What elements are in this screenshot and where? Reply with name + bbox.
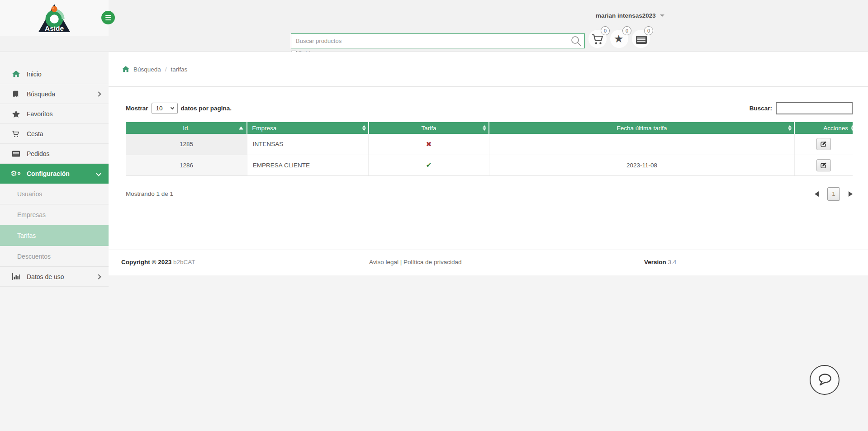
column-header-fecha[interactable]: Fecha última tarifa: [489, 122, 794, 134]
cell-tarifa: ✖: [369, 134, 489, 155]
version: Version 3.4: [644, 259, 676, 265]
bar-chart-icon: [11, 273, 20, 280]
brand-link[interactable]: b2bCAT: [173, 259, 195, 265]
sidebar-toggle-button[interactable]: [101, 11, 115, 24]
copyright: Copyright © 2023 b2bCAT: [121, 259, 195, 265]
footer-links: Aviso legal | Política de privacidad: [369, 259, 461, 265]
table-controls: Mostrar 10 datos por pagina. Buscar:: [126, 102, 853, 114]
table-search-input[interactable]: [776, 102, 853, 114]
table-info: Mostrando 1 de 1: [126, 190, 173, 197]
quick-icons: 0 ★ 0 0: [588, 26, 652, 48]
cell-acciones: [794, 134, 853, 155]
table-row: 1285 INTENSAS ✖: [126, 134, 853, 155]
legal-link[interactable]: Aviso legal: [369, 259, 398, 265]
sidebar-subitem-descuentos[interactable]: Descuentos: [0, 246, 109, 267]
previous-page-icon[interactable]: [815, 191, 819, 197]
product-search: [291, 33, 585, 48]
next-page-icon[interactable]: [849, 191, 853, 197]
configuracion-submenu: Usuarios Empresas Tarifas Descuentos: [0, 184, 109, 267]
table-search-label: Buscar:: [749, 105, 772, 112]
column-header-id[interactable]: Id.: [126, 122, 247, 134]
cart-button[interactable]: 0: [588, 26, 608, 48]
table-header-row: Id. Empresa Tarifa Fecha última tar: [126, 122, 853, 134]
page-number-button[interactable]: 1: [827, 187, 840, 201]
column-header-acciones[interactable]: Acciones: [794, 122, 853, 134]
tariffs-section: Mostrar 10 datos por pagina. Buscar:: [109, 102, 868, 201]
chat-bubble-icon: [816, 373, 833, 387]
cell-tarifa: ✔: [369, 155, 489, 175]
cart-count-badge: 0: [601, 26, 610, 35]
tariffs-table: Id. Empresa Tarifa Fecha última tar: [126, 122, 853, 176]
favorites-button[interactable]: ★ 0: [610, 26, 630, 48]
cell-acciones: [794, 155, 853, 175]
sidebar-item-configuracion[interactable]: ⚙⚙ Configuración: [0, 164, 109, 184]
cart-icon: [592, 33, 604, 45]
page-size-select[interactable]: 10: [152, 103, 178, 114]
orders-button[interactable]: 0: [631, 26, 652, 48]
edit-icon: [820, 140, 827, 148]
sidebar-item-pedidos[interactable]: Pedidos: [0, 144, 109, 164]
table-search-control: Buscar:: [749, 102, 853, 114]
per-page-label: datos por pagina.: [181, 105, 232, 112]
edit-button[interactable]: [816, 159, 831, 171]
sidebar-item-inicio[interactable]: Inicio: [0, 64, 109, 84]
sidebar-subitem-tarifas[interactable]: Tarifas: [0, 225, 109, 246]
sort-icons: [788, 125, 792, 131]
breadcrumb-current: tarifas: [171, 66, 188, 73]
cross-icon: ✖: [426, 140, 432, 148]
table-row: 1286 EMPRESA CLIENTE ✔ 2023-11-08: [126, 155, 853, 175]
page-size-control: Mostrar 10 datos por pagina.: [126, 103, 232, 114]
sidebar-item-cesta[interactable]: Cesta: [0, 124, 109, 144]
column-header-tarifa[interactable]: Tarifa: [369, 122, 489, 134]
sidebar: Inicio Búsqueda Favoritos Cesta: [0, 52, 109, 431]
chevron-down-icon: [96, 171, 101, 176]
orders-count-badge: 0: [644, 26, 653, 35]
orders-icon: [635, 34, 648, 45]
favorites-count-badge: 0: [622, 26, 631, 35]
sidebar-subitem-usuarios[interactable]: Usuarios: [0, 184, 109, 204]
sidebar-menu: Inicio Búsqueda Favoritos Cesta: [0, 64, 109, 287]
edit-button[interactable]: [816, 138, 831, 150]
breadcrumb-link-busqueda[interactable]: Búsqueda: [133, 66, 161, 73]
column-header-empresa[interactable]: Empresa: [247, 122, 368, 134]
home-icon: [11, 71, 20, 77]
footer: Copyright © 2023 b2bCAT Aviso legal | Po…: [109, 250, 868, 275]
show-label: Mostrar: [126, 105, 148, 112]
home-icon[interactable]: [122, 66, 129, 72]
cell-fecha: [489, 134, 794, 155]
chat-button[interactable]: [810, 365, 840, 395]
sidebar-item-datos-de-uso[interactable]: Datos de uso: [0, 267, 109, 287]
cell-empresa: EMPRESA CLIENTE: [247, 155, 368, 175]
edit-icon: [820, 161, 827, 169]
star-icon: ★: [614, 33, 624, 45]
sidebar-item-favoritos[interactable]: Favoritos: [0, 104, 109, 124]
sidebar-item-busqueda[interactable]: Búsqueda: [0, 84, 109, 104]
sort-icons: [483, 125, 486, 131]
sort-icons: [851, 125, 853, 131]
list-icon: [11, 151, 20, 157]
page: Aside Subir csv marian intensas2023: [0, 0, 868, 431]
cart-icon: [11, 130, 20, 137]
aside-logo-icon: Aside: [38, 4, 71, 33]
user-menu[interactable]: marian intensas2023: [596, 12, 664, 19]
logo-text: Aside: [45, 24, 64, 32]
sort-icons: [362, 125, 366, 131]
gears-icon: ⚙⚙: [11, 170, 20, 177]
cell-fecha: 2023-11-08: [489, 155, 794, 175]
username: marian intensas2023: [596, 12, 656, 19]
cell-id: 1285: [126, 134, 247, 155]
topbar: Aside Subir csv marian intensas2023: [0, 0, 868, 52]
caret-down-icon: [660, 14, 664, 17]
book-icon: [11, 90, 20, 98]
check-icon: ✔: [426, 161, 432, 169]
sidebar-subitem-empresas[interactable]: Empresas: [0, 204, 109, 225]
star-icon: [11, 110, 20, 118]
cell-id: 1286: [126, 155, 247, 175]
product-search-input[interactable]: [291, 33, 585, 48]
privacy-link[interactable]: Política de privacidad: [403, 259, 461, 265]
table-footer: Mostrando 1 de 1 1: [126, 187, 853, 201]
cell-empresa: INTENSAS: [247, 134, 368, 155]
search-icon[interactable]: [570, 35, 582, 47]
breadcrumb: Búsqueda / tarifas: [109, 52, 868, 87]
logo[interactable]: Aside: [0, 0, 109, 36]
